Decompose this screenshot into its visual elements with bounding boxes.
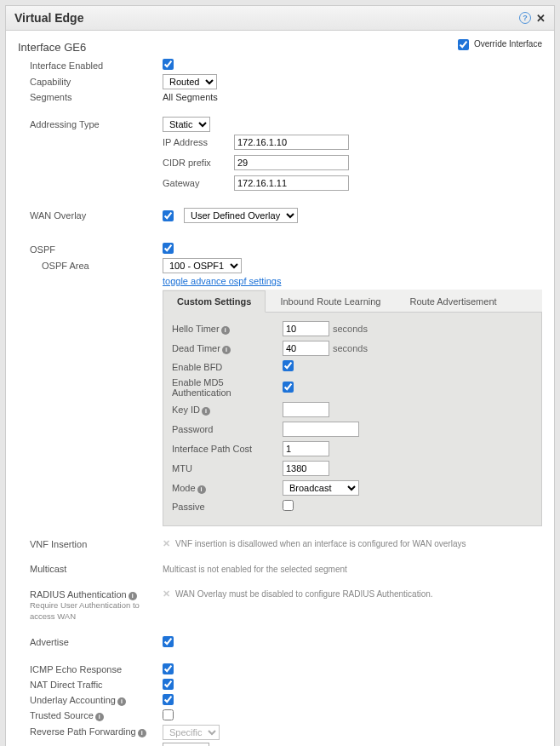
help-icon[interactable]: ?	[519, 12, 531, 24]
gateway-input[interactable]	[234, 175, 349, 191]
cidr-label: CIDR prefix	[163, 158, 231, 168]
vlan-input[interactable]	[163, 743, 209, 746]
override-checkbox[interactable]	[458, 39, 469, 50]
tab-route-adv[interactable]: Route Advertisement	[395, 290, 511, 313]
ospf-label: OSPF	[18, 244, 163, 255]
addressing-type-select[interactable]: Static	[163, 117, 210, 132]
content: Override Interface Interface GE6 Interfa…	[6, 31, 554, 746]
info-icon[interactable]: i	[197, 485, 206, 494]
vnf-label: VNF Insertion	[18, 539, 163, 549]
rpf-select: Specific	[163, 725, 220, 740]
ospf-mtu-label: MTU	[172, 463, 283, 473]
capability-label: Capability	[18, 77, 163, 87]
gateway-label: Gateway	[163, 178, 231, 188]
addressing-type-label: Addressing Type	[18, 119, 163, 129]
interface-enabled-checkbox[interactable]	[163, 59, 174, 70]
info-icon[interactable]: i	[222, 346, 231, 354]
advertise-label: Advertise	[18, 637, 163, 647]
enable-bfd-label: Enable BFD	[172, 362, 283, 372]
path-cost-input[interactable]	[283, 441, 329, 456]
dialog-title: Virtual Edge	[14, 11, 83, 25]
enable-md5-label: Enable MD5 Authentication	[172, 377, 283, 398]
path-cost-label: Interface Path Cost	[172, 444, 283, 454]
info-icon[interactable]: i	[138, 729, 146, 737]
cidr-input[interactable]	[234, 155, 349, 170]
info-icon[interactable]: i	[95, 713, 104, 721]
mode-select[interactable]: Broadcast	[283, 480, 359, 496]
icmp-label: ICMP Echo Response	[18, 664, 163, 674]
x-icon: ✕	[163, 588, 170, 600]
info-icon[interactable]: i	[221, 326, 230, 335]
ospf-panel: Hello Timeri seconds Dead Timeri seconds…	[163, 313, 542, 526]
keyid-label: Key ID	[172, 405, 200, 415]
ospf-tabs: Custom Settings Inbound Route Learning R…	[163, 290, 542, 313]
info-icon[interactable]: i	[117, 697, 126, 706]
ospf-area-select[interactable]: 100 - OSPF1	[163, 258, 242, 273]
segments-value: All Segments	[163, 92, 218, 102]
nat-checkbox[interactable]	[163, 679, 174, 690]
passive-checkbox[interactable]	[283, 500, 294, 511]
wan-overlay-select[interactable]: User Defined Overlay	[184, 208, 298, 223]
rpf-label: Reverse Path Forwarding	[30, 726, 136, 737]
nat-label: NAT Direct Traffic	[18, 680, 163, 690]
ospf-area-label: OSPF Area	[18, 261, 163, 271]
ospf-mtu-input[interactable]	[283, 461, 329, 476]
capability-select[interactable]: Routed	[163, 74, 217, 89]
close-icon[interactable]: ✕	[536, 12, 546, 25]
radius-note: Require User Authentication to access WA…	[30, 600, 163, 622]
hello-timer-input[interactable]	[283, 321, 329, 336]
override-label: Override Interface	[474, 39, 542, 49]
password-input[interactable]	[283, 422, 359, 437]
dead-timer-input[interactable]	[283, 341, 329, 356]
info-icon[interactable]: i	[202, 407, 210, 416]
tab-custom-settings[interactable]: Custom Settings	[163, 290, 266, 313]
mode-label: Mode	[172, 483, 196, 493]
password-label: Password	[172, 424, 283, 434]
radius-msg: ✕WAN Overlay must be disabled to configu…	[163, 588, 542, 600]
multicast-msg: Multicast is not enabled for the selecte…	[163, 565, 542, 574]
override-interface: Override Interface	[458, 39, 542, 50]
trusted-label: Trusted Source	[30, 710, 94, 720]
icmp-checkbox[interactable]	[163, 663, 174, 674]
dialog: Virtual Edge ? ✕ Override Interface Inte…	[5, 5, 555, 746]
info-icon[interactable]: i	[129, 592, 137, 600]
dead-timer-label: Dead Timer	[172, 343, 220, 353]
underlay-checkbox[interactable]	[163, 694, 174, 705]
interface-enabled-label: Interface Enabled	[18, 60, 163, 71]
ip-address-label: IP Address	[163, 137, 231, 147]
multicast-label: Multicast	[18, 564, 163, 574]
enable-bfd-checkbox[interactable]	[283, 360, 294, 371]
segments-label: Segments	[18, 92, 163, 102]
enable-md5-checkbox[interactable]	[283, 382, 294, 393]
vnf-msg: ✕VNF insertion is disallowed when an int…	[163, 538, 542, 549]
wan-overlay-label: WAN Overlay	[18, 210, 163, 221]
advertise-checkbox[interactable]	[163, 636, 174, 647]
ip-address-input[interactable]	[234, 135, 349, 150]
underlay-label: Underlay Accounting	[30, 695, 116, 705]
radius-label: RADIUS Authentication	[30, 589, 127, 600]
tab-inbound[interactable]: Inbound Route Learning	[266, 290, 395, 313]
x-icon: ✕	[163, 538, 170, 549]
title-bar: Virtual Edge ? ✕	[6, 6, 554, 31]
hello-timer-label: Hello Timer	[172, 324, 220, 334]
keyid-input[interactable]	[283, 402, 329, 417]
wan-overlay-checkbox[interactable]	[163, 210, 174, 221]
toggle-ospf-link[interactable]: toggle advance ospf settings	[163, 276, 281, 286]
passive-label: Passive	[172, 502, 283, 512]
ospf-checkbox[interactable]	[163, 243, 174, 254]
trusted-checkbox[interactable]	[163, 709, 174, 720]
